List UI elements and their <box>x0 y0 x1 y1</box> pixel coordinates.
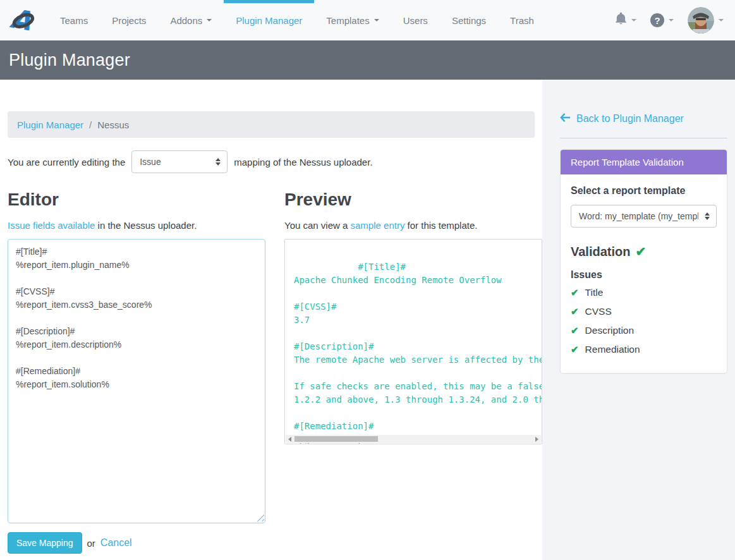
nav-item-addons[interactable]: Addons <box>158 0 224 40</box>
check-icon: ✔ <box>571 325 579 336</box>
issue-fields-available-link[interactable]: Issue fields available <box>8 220 95 231</box>
sidebar-divider <box>560 138 727 138</box>
nav-items: Teams Projects Addons Plugin Manager Tem… <box>48 0 546 40</box>
preview-intro-suffix: for this template. <box>408 220 478 231</box>
editing-row: You are currently editing the Issue mapp… <box>8 150 535 173</box>
nav-item-plugin-manager[interactable]: Plugin Manager <box>224 0 314 40</box>
nav-item-users[interactable]: Users <box>391 0 440 40</box>
caret-down-icon <box>207 19 212 21</box>
preview-content: #[Title]# Apache Chunked Encoding Remote… <box>294 262 542 444</box>
panel-body: Select a report template Word: my_templa… <box>561 174 727 373</box>
nav-label: Trash <box>510 15 534 26</box>
main-column: Plugin Manager / Nessus You are currentl… <box>0 80 542 560</box>
back-to-plugin-manager-link[interactable]: Back to Plugin Manager <box>560 113 727 125</box>
issues-list: ✔Title ✔CVSS ✔Description ✔Remediation <box>571 283 717 359</box>
nav-item-projects[interactable]: Projects <box>100 0 158 40</box>
editor-column: Editor Issue fields available in the Nes… <box>8 173 265 554</box>
preview-intro-prefix: You can view a <box>284 220 348 231</box>
issue-label: CVSS <box>585 306 612 317</box>
user-menu[interactable] <box>688 7 724 33</box>
issue-item-remediation: ✔Remediation <box>571 340 717 359</box>
breadcrumb-current: Nessus <box>97 119 129 130</box>
caret-down-icon <box>719 19 724 21</box>
nav-item-teams[interactable]: Teams <box>48 0 100 40</box>
save-row: Save Mapping or Cancel <box>8 532 265 554</box>
mapping-textarea[interactable]: #[Title]# %report_item.plugin_name% #[CV… <box>8 239 265 523</box>
sample-entry-link[interactable]: sample entry <box>351 220 405 231</box>
nav-label: Projects <box>112 15 146 26</box>
issues-heading: Issues <box>571 269 717 281</box>
nav-item-settings[interactable]: Settings <box>440 0 498 40</box>
breadcrumb: Plugin Manager / Nessus <box>8 111 535 138</box>
arrow-left-icon <box>560 113 571 125</box>
nav-label: Teams <box>60 15 88 26</box>
page-title: Plugin Manager <box>9 51 130 70</box>
horizontal-scrollbar[interactable] <box>286 435 541 443</box>
report-template-value: Word: my_template (my_templ <box>579 211 698 221</box>
svg-text:A: A <box>9 3 34 35</box>
validation-heading-label: Validation <box>571 245 630 259</box>
page-header: Plugin Manager <box>0 40 735 80</box>
check-icon: ✔ <box>635 244 646 259</box>
issue-item-title: ✔Title <box>571 283 717 302</box>
check-icon: ✔ <box>571 344 579 355</box>
breadcrumb-link-plugin-manager[interactable]: Plugin Manager <box>17 119 83 130</box>
content: Plugin Manager / Nessus You are currentl… <box>0 80 735 560</box>
breadcrumb-separator: / <box>89 119 92 130</box>
issue-item-description: ✔Description <box>571 321 717 340</box>
nav-label: Users <box>403 15 428 26</box>
scroll-right-icon[interactable] <box>535 437 538 442</box>
nav-item-templates[interactable]: Templates <box>314 0 391 40</box>
top-navbar: A Teams Projects Addons Plugin Manager T… <box>0 0 735 40</box>
mapping-type-select[interactable]: Issue <box>131 150 228 173</box>
nav-label: Plugin Manager <box>236 15 302 26</box>
editing-prefix: You are currently editing the <box>8 157 125 167</box>
preview-box: #[Title]# Apache Chunked Encoding Remote… <box>284 239 542 444</box>
nav-label: Templates <box>326 15 369 26</box>
select-arrows-icon <box>705 212 710 220</box>
mapping-textarea-wrap: #[Title]# %report_item.plugin_name% #[CV… <box>8 239 265 523</box>
caret-down-icon <box>374 19 379 21</box>
editor-intro: Issue fields available in the Nessus upl… <box>8 220 265 231</box>
dradis-logo-icon: A <box>9 3 37 37</box>
help-menu[interactable]: ? <box>650 13 674 27</box>
or-text: or <box>87 538 95 549</box>
page: A Teams Projects Addons Plugin Manager T… <box>0 0 735 560</box>
bell-icon <box>615 12 627 28</box>
brand-logo[interactable]: A <box>0 0 48 40</box>
issue-label: Title <box>585 287 604 298</box>
scrollbar-thumb[interactable] <box>295 436 378 442</box>
user-avatar <box>688 7 714 33</box>
check-icon: ✔ <box>571 287 579 298</box>
cancel-link[interactable]: Cancel <box>100 537 132 549</box>
report-template-select[interactable]: Word: my_template (my_templ <box>571 205 717 228</box>
scroll-left-icon[interactable] <box>288 437 291 442</box>
editor-preview-columns: Editor Issue fields available in the Nes… <box>8 173 535 554</box>
nav-label: Settings <box>452 15 486 26</box>
back-link-label: Back to Plugin Manager <box>576 113 684 125</box>
report-template-validation-panel: Report Template Validation Select a repo… <box>560 149 727 374</box>
help-icon: ? <box>650 13 664 27</box>
issue-label: Remediation <box>585 344 640 355</box>
preview-intro: You can view a sample entry for this tem… <box>284 220 542 231</box>
issue-label: Description <box>585 325 635 336</box>
select-template-heading: Select a report template <box>571 185 717 197</box>
mapping-type-value: Issue <box>140 157 161 167</box>
caret-down-icon <box>669 19 674 21</box>
select-arrows-icon <box>216 158 221 166</box>
check-icon: ✔ <box>571 306 579 317</box>
editing-suffix: mapping of the Nessus uploader. <box>234 157 372 167</box>
nav-label: Addons <box>170 15 202 26</box>
nav-item-trash[interactable]: Trash <box>498 0 546 40</box>
navbar-right: ? <box>601 0 735 40</box>
validation-heading: Validation ✔ <box>571 244 717 259</box>
save-mapping-button[interactable]: Save Mapping <box>8 532 82 554</box>
editor-intro-suffix: in the Nessus uploader. <box>95 220 197 231</box>
notifications-menu[interactable] <box>615 12 636 28</box>
issue-item-cvss: ✔CVSS <box>571 302 717 321</box>
caret-down-icon <box>631 19 636 21</box>
sidebar: Back to Plugin Manager Report Template V… <box>560 80 727 374</box>
preview-heading: Preview <box>284 190 542 210</box>
panel-header: Report Template Validation <box>561 150 727 174</box>
editor-heading: Editor <box>8 190 265 210</box>
